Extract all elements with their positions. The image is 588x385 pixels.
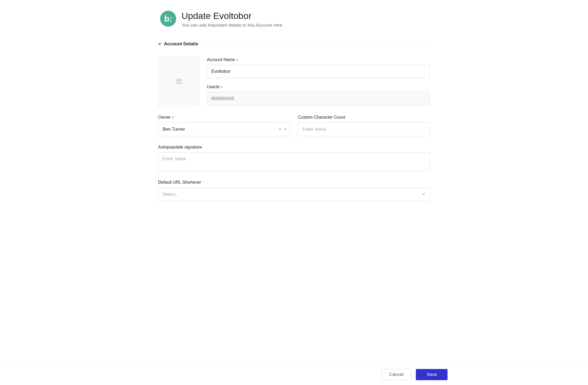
chevron-down-icon [158, 43, 161, 45]
section-header-account-details[interactable]: Account Details [158, 41, 430, 47]
user-id-label: UserId [207, 85, 430, 89]
char-count-input[interactable] [298, 122, 430, 136]
owner-select[interactable] [158, 122, 290, 136]
page-header: b: Update Evoltobor You can add Importan… [160, 11, 430, 28]
chevron-down-icon[interactable] [284, 129, 287, 130]
owner-label: Owner [158, 115, 290, 120]
url-shortener-label: Default URL Shortener [158, 180, 430, 185]
page-title: Update Evoltobor [182, 11, 282, 21]
section-divider [201, 44, 430, 44]
camera-icon [176, 78, 182, 85]
svg-point-0 [178, 81, 180, 82]
save-button[interactable]: Save [416, 369, 448, 380]
brand-logo: b: [160, 11, 176, 27]
account-name-input[interactable] [207, 65, 430, 78]
section-title: Account Details [164, 41, 198, 47]
required-indicator [236, 59, 238, 61]
user-id-input [207, 92, 430, 105]
signature-input[interactable] [158, 152, 430, 171]
footer-bar: Cancel Save [0, 366, 588, 385]
account-name-label: Account Name [207, 57, 430, 62]
clear-icon[interactable]: ✕ [278, 127, 281, 131]
required-indicator [221, 86, 222, 88]
char-count-label: Custom Character Count [298, 115, 430, 120]
cancel-button[interactable]: Cancel [381, 369, 411, 380]
brand-logo-text: b: [164, 14, 172, 23]
url-shortener-select[interactable]: Select... [158, 187, 430, 201]
page-subtitle: You can add Important details to this Ac… [182, 23, 282, 28]
required-indicator [172, 117, 174, 118]
signature-label: Autopopulate signature [158, 145, 430, 150]
photo-upload-area[interactable] [158, 57, 199, 106]
